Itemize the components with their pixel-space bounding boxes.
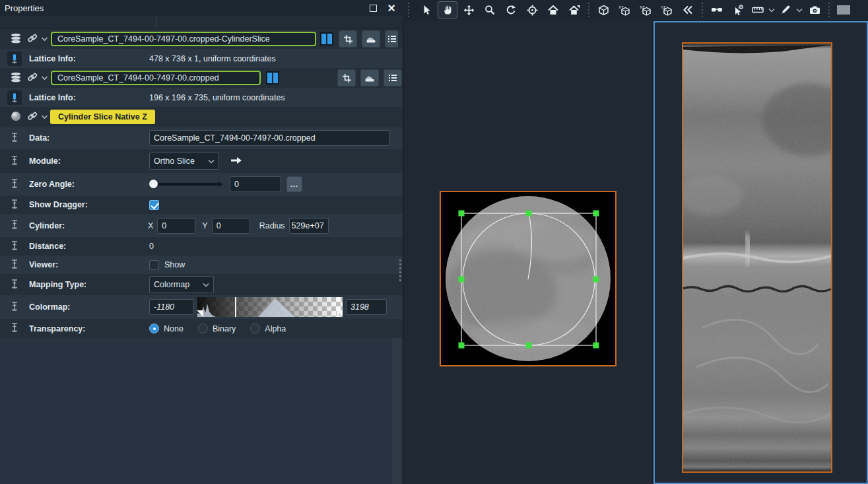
colormap-right-handle[interactable]	[337, 310, 343, 317]
radio-none[interactable]	[149, 324, 159, 333]
colormap-left-handle[interactable]	[197, 310, 203, 317]
close-panel-button[interactable]: ×	[385, 2, 397, 14]
viewport-top-slice[interactable]	[404, 20, 652, 484]
pointer-tool-button[interactable]	[417, 1, 436, 18]
module-node-row: Cylinder Slice Native Z	[0, 107, 403, 127]
sphere-icon[interactable]	[11, 111, 21, 123]
viewer-toggle-icon[interactable]	[320, 32, 333, 46]
view-xy-tool-button[interactable]: XY	[615, 1, 634, 18]
view-yz-tool-button[interactable]: YZ	[657, 1, 677, 18]
radio-alpha[interactable]	[250, 324, 260, 333]
cylinder-radius-input[interactable]	[289, 218, 329, 234]
colormap-max-input[interactable]	[346, 299, 387, 315]
float-icon	[370, 5, 377, 12]
viewer-show-checkbox[interactable]	[149, 260, 159, 270]
toolbar-drag-handle[interactable]	[407, 3, 410, 17]
set-home-tool-button[interactable]	[564, 1, 584, 18]
editor-button[interactable]	[362, 30, 380, 48]
core-top-slice-image[interactable]	[440, 191, 617, 366]
property-row-colormap: Colormap:	[0, 295, 403, 319]
mapping-type-label: Mapping Type:	[29, 280, 149, 289]
zero-angle-slider[interactable]	[149, 179, 223, 190]
properties-list-button[interactable]	[384, 69, 402, 86]
prop-pin-icon[interactable]	[11, 132, 18, 145]
layers-icon[interactable]	[9, 32, 22, 46]
prop-pin-icon[interactable]	[11, 279, 18, 291]
axis-cube-tool-button[interactable]	[593, 1, 613, 18]
radio-alpha-label: Alpha	[265, 324, 286, 333]
prop-pin-icon[interactable]	[11, 240, 18, 253]
viewer-label: Viewer:	[29, 260, 149, 269]
node-name-field[interactable]: CoreSample_CT_7494-00-7497-00.cropped	[51, 71, 261, 85]
viewer-toolbar: XY XZ YZ	[403, 0, 868, 20]
show-dragger-checkbox[interactable]	[149, 200, 159, 210]
link-icon[interactable]	[27, 111, 38, 123]
mapping-type-select[interactable]: Colormap	[149, 276, 214, 293]
chevron-down-icon[interactable]	[41, 34, 48, 44]
link-icon[interactable]	[27, 33, 38, 46]
prop-pin-icon[interactable]	[11, 219, 18, 232]
snapshot-tool-button[interactable]	[805, 1, 824, 18]
rewind-tool-button[interactable]	[678, 1, 698, 18]
colormap-min-input[interactable]	[149, 299, 194, 315]
chevron-down-icon[interactable]	[41, 73, 48, 83]
module-name-tag[interactable]: Cylinder Slice Native Z	[50, 110, 155, 124]
zero-angle-input[interactable]	[230, 176, 281, 192]
module-select[interactable]: Ortho Slice	[149, 153, 219, 170]
rotate-tool-button[interactable]	[501, 1, 521, 18]
background-swatch-button[interactable]	[834, 1, 853, 18]
cylinder-x-input[interactable]	[157, 218, 195, 234]
cylinder-y-input[interactable]	[212, 218, 250, 234]
data-node-row: CoreSample_CT_7494-00-7497-00.cropped	[0, 68, 403, 88]
prop-pin-icon[interactable]	[11, 301, 18, 314]
seek-tool-button[interactable]	[522, 1, 542, 18]
prop-pin-icon[interactable]	[11, 259, 18, 271]
pin-icon[interactable]	[7, 90, 22, 105]
viewport-side-slice[interactable]	[653, 21, 868, 484]
prop-pin-icon[interactable]	[11, 155, 18, 168]
annotate-menu-chevron[interactable]	[795, 1, 803, 18]
measure-menu-chevron[interactable]	[768, 1, 776, 18]
slider-knob[interactable]	[149, 180, 158, 188]
pick-tool-button[interactable]	[728, 1, 748, 18]
toolbar-separator	[701, 3, 704, 17]
chevron-down-icon[interactable]	[41, 112, 48, 121]
prop-pin-icon[interactable]	[11, 322, 18, 335]
translate-tool-button[interactable]	[459, 1, 479, 18]
apply-arrow-button[interactable]	[230, 156, 243, 167]
transparency-option-binary[interactable]: Binary	[198, 324, 236, 333]
pin-icon[interactable]	[7, 52, 22, 66]
hand-pan-tool-button[interactable]	[438, 1, 457, 18]
zero-angle-more-button[interactable]: ...	[286, 176, 302, 192]
annotate-tool-button[interactable]	[777, 1, 794, 18]
transparency-option-alpha[interactable]: Alpha	[250, 324, 286, 333]
radio-binary[interactable]	[198, 324, 208, 333]
application-window: Properties × CoreSample_CT_7494-00-	[0, 0, 868, 484]
transparency-option-none[interactable]: None	[149, 324, 184, 333]
editor-button[interactable]	[360, 69, 379, 86]
crop-editor-button[interactable]	[339, 30, 357, 48]
measure-tool-button[interactable]	[749, 1, 766, 18]
property-row-transparency: Transparency: None Binary Alpha	[0, 319, 403, 338]
zoom-tool-button[interactable]	[480, 1, 500, 18]
panel-scroll-gutter[interactable]	[392, 338, 401, 484]
float-panel-button[interactable]	[367, 2, 379, 14]
splitter-handle-icon[interactable]	[399, 259, 402, 282]
stereo-glasses-tool-button[interactable]	[707, 1, 727, 18]
colormap-gradient-bar[interactable]	[197, 297, 343, 317]
viewer-toggle-icon[interactable]	[266, 71, 279, 85]
data-value-field[interactable]: CoreSample_CT_7494-00-7497-00.cropped	[149, 130, 389, 146]
link-icon[interactable]	[27, 72, 38, 85]
core-side-slice-image[interactable]	[682, 42, 832, 473]
prop-pin-icon[interactable]	[11, 178, 18, 191]
properties-list-button[interactable]	[385, 30, 398, 48]
layers-icon[interactable]	[9, 71, 22, 85]
show-dragger-label: Show Dragger:	[29, 200, 149, 209]
node-name-field[interactable]: CoreSample_CT_7494-00-7497-00.cropped-Cy…	[51, 32, 316, 46]
crop-editor-button[interactable]	[337, 69, 356, 86]
view-xz-tool-button[interactable]: XZ	[636, 1, 655, 18]
colormap-label: Colormap:	[29, 302, 149, 312]
home-tool-button[interactable]	[543, 1, 563, 18]
properties-panel: Properties × CoreSample_CT_7494-00-	[0, 0, 403, 484]
prop-pin-icon[interactable]	[11, 199, 18, 211]
